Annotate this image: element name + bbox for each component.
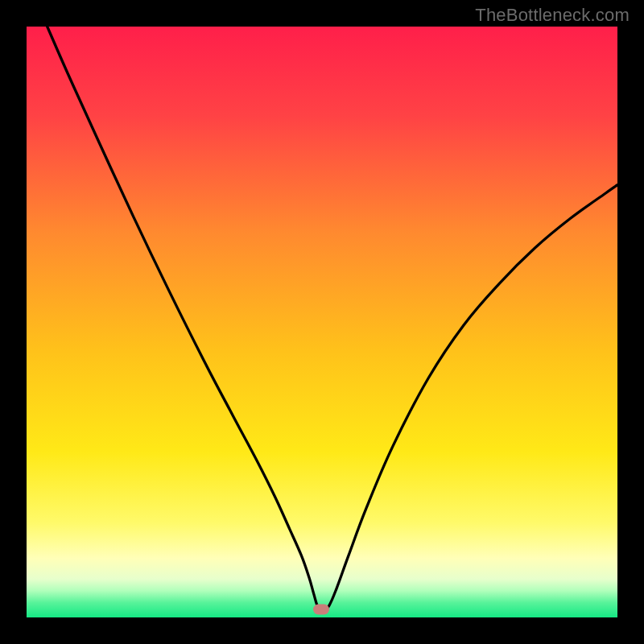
watermark-label: TheBottleneck.com <box>475 5 630 26</box>
chart-frame: TheBottleneck.com <box>0 0 644 644</box>
optimum-marker <box>313 605 329 615</box>
background-gradient <box>27 27 617 617</box>
plot-area <box>27 27 617 617</box>
svg-rect-0 <box>27 27 617 617</box>
